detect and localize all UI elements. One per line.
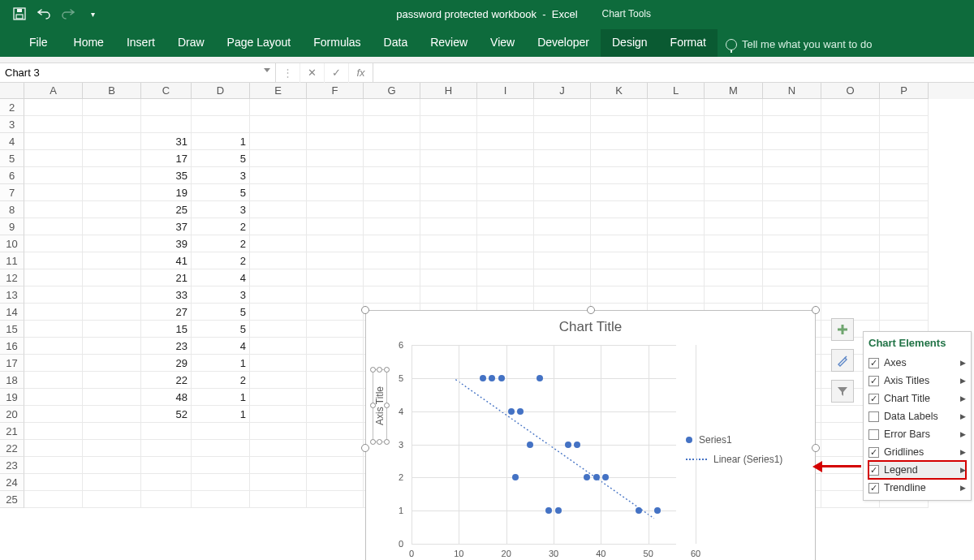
cell[interactable] — [24, 338, 83, 355]
row-header[interactable]: 5 — [0, 150, 24, 167]
tab-formulas[interactable]: Formulas — [302, 29, 372, 57]
cell[interactable] — [24, 457, 83, 474]
cell[interactable] — [705, 252, 763, 269]
cell[interactable] — [250, 252, 307, 269]
submenu-arrow-icon[interactable]: ▶ — [960, 484, 966, 492]
cell[interactable] — [880, 269, 929, 286]
cell[interactable] — [821, 184, 880, 201]
submenu-arrow-icon[interactable]: ▶ — [960, 377, 966, 385]
cell[interactable] — [192, 99, 250, 116]
cell[interactable] — [880, 304, 929, 321]
cell[interactable] — [534, 150, 591, 167]
data-point[interactable] — [527, 442, 533, 448]
cell[interactable] — [420, 252, 477, 269]
cell[interactable] — [250, 338, 307, 355]
cell[interactable] — [250, 116, 307, 133]
cell[interactable] — [477, 269, 534, 286]
cell[interactable] — [141, 116, 192, 133]
data-point[interactable] — [545, 507, 552, 514]
cell[interactable] — [83, 338, 141, 355]
submenu-arrow-icon[interactable]: ▶ — [960, 466, 966, 474]
cell[interactable] — [83, 184, 141, 201]
cell[interactable] — [250, 406, 307, 423]
tab-page-layout[interactable]: Page Layout — [216, 29, 303, 57]
cell[interactable] — [24, 269, 83, 286]
cell[interactable] — [880, 99, 929, 116]
cell[interactable] — [307, 423, 364, 440]
cell[interactable] — [534, 99, 591, 116]
cell[interactable] — [307, 372, 364, 389]
cell[interactable] — [250, 286, 307, 304]
cell[interactable] — [705, 116, 763, 133]
checkbox[interactable] — [868, 447, 879, 458]
cell[interactable] — [83, 99, 141, 116]
cell[interactable] — [83, 457, 141, 474]
cell[interactable] — [192, 116, 250, 133]
checkbox[interactable] — [868, 358, 879, 368]
cell[interactable] — [307, 167, 364, 184]
column-header[interactable]: F — [307, 83, 364, 99]
cell[interactable] — [83, 116, 141, 133]
cell[interactable] — [534, 252, 591, 269]
cell[interactable] — [364, 218, 420, 235]
chart-title[interactable]: Chart Title — [366, 311, 815, 338]
chart-elements-flyout[interactable]: Chart Elements Axes▶Axis Titles▶Chart Ti… — [863, 331, 972, 501]
cell[interactable] — [24, 184, 83, 201]
cell[interactable]: 22 — [141, 372, 192, 389]
embedded-chart[interactable]: Chart Title Axis Title Axis Title 012345… — [365, 310, 816, 560]
cell[interactable] — [591, 201, 648, 218]
cell[interactable] — [24, 133, 83, 150]
chart-elements-item[interactable]: Legend▶ — [868, 461, 966, 479]
tab-insert[interactable]: Insert — [115, 29, 166, 57]
cell[interactable] — [24, 304, 83, 321]
cell[interactable] — [648, 184, 705, 201]
chart-filters-button[interactable] — [831, 380, 854, 403]
cell[interactable] — [477, 184, 534, 201]
row-header[interactable]: 13 — [0, 286, 24, 304]
column-header[interactable]: C — [141, 83, 192, 99]
cell[interactable] — [648, 286, 705, 304]
submenu-arrow-icon[interactable]: ▶ — [960, 430, 966, 438]
tab-view[interactable]: View — [479, 29, 526, 57]
resize-handle[interactable] — [370, 367, 376, 373]
cell[interactable] — [83, 133, 141, 150]
cell[interactable] — [534, 269, 591, 286]
resize-handle[interactable] — [377, 367, 382, 373]
cell[interactable]: 4 — [192, 269, 250, 286]
cell[interactable] — [24, 406, 83, 423]
cell[interactable]: 3 — [192, 286, 250, 304]
cell[interactable]: 21 — [141, 269, 192, 286]
cell[interactable] — [83, 304, 141, 321]
cell[interactable] — [250, 440, 307, 457]
cell[interactable] — [420, 269, 477, 286]
cell[interactable] — [821, 99, 880, 116]
submenu-arrow-icon[interactable]: ▶ — [960, 359, 966, 367]
cell[interactable] — [763, 167, 821, 184]
cell[interactable] — [24, 218, 83, 235]
cell[interactable] — [192, 440, 250, 457]
cell[interactable] — [821, 133, 880, 150]
cell[interactable] — [705, 133, 763, 150]
cell[interactable] — [83, 218, 141, 235]
data-point[interactable] — [654, 507, 661, 514]
tab-format[interactable]: Format — [659, 29, 718, 57]
chart-elements-button[interactable] — [831, 318, 854, 341]
cell[interactable] — [821, 269, 880, 286]
cell[interactable] — [591, 235, 648, 252]
cell[interactable] — [763, 252, 821, 269]
cell[interactable] — [534, 184, 591, 201]
data-point[interactable] — [517, 408, 524, 415]
y-axis-title-selected[interactable]: Axis Title — [373, 369, 387, 442]
row-header[interactable]: 7 — [0, 184, 24, 201]
cell[interactable] — [880, 116, 929, 133]
cell[interactable] — [307, 116, 364, 133]
row-header[interactable]: 2 — [0, 99, 24, 116]
cell[interactable] — [591, 167, 648, 184]
cell[interactable] — [250, 372, 307, 389]
cell[interactable] — [83, 406, 141, 423]
cell[interactable] — [24, 372, 83, 389]
cell[interactable] — [648, 150, 705, 167]
chart-legend[interactable]: Series1 Linear (Series1) — [686, 345, 807, 560]
column-header[interactable]: P — [880, 83, 929, 99]
cell[interactable]: 3 — [192, 201, 250, 218]
